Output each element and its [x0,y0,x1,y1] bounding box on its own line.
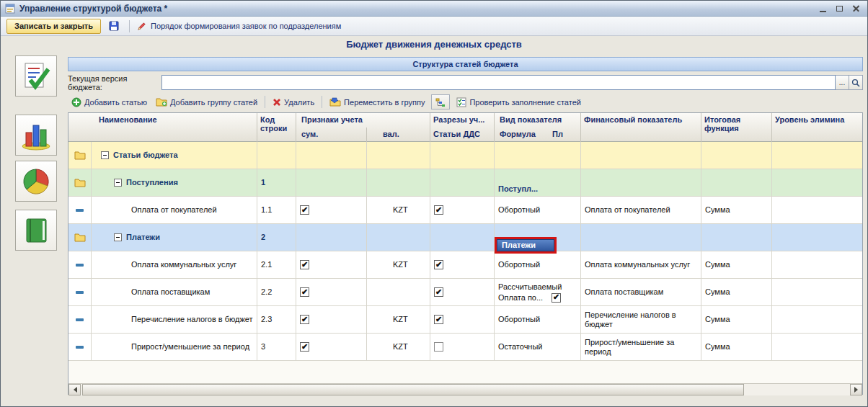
name-cell[interactable]: Оплата поставщикам [92,279,257,306]
collapse-expander-icon[interactable] [114,233,122,241]
level-cell[interactable] [772,306,862,334]
table-row-group-incomes[interactable]: Поступления 1 Поступл... [68,169,862,197]
sum-cell[interactable]: ✔ [296,279,367,306]
dds-cell[interactable] [430,224,495,251]
sum-cell[interactable]: ✔ [296,251,367,279]
table-row-item[interactable]: Перечисление налогов в бюджет 2.3 ✔ KZT … [68,306,862,334]
code-cell[interactable]: 1 [257,169,296,197]
level-cell[interactable] [772,334,862,361]
val-cell[interactable]: KZT [367,197,430,224]
maximize-button[interactable] [832,3,846,14]
sidebar-tab-report[interactable] [15,55,57,97]
table-row-item[interactable]: Прирост/уменьшение за период 3 ✔ KZT Ост… [68,334,862,361]
sidebar-tab-bar-chart[interactable] [15,115,57,156]
col-header-val[interactable]: вал. [367,128,430,142]
sum-cell[interactable]: ✔ [296,197,367,224]
val-cell[interactable] [367,169,430,197]
total-cell[interactable]: Сумма [701,197,772,224]
total-cell[interactable] [701,142,772,169]
col-header-code[interactable]: Код строки [257,113,296,142]
table-row-group-root[interactable]: Статьи бюджета [68,142,862,169]
sum-checkbox[interactable]: ✔ [300,342,309,352]
fin-cell[interactable]: Прирост/уменьшение за период [581,334,701,361]
fin-cell[interactable]: Оплата поставщикам [581,279,701,306]
vid-cell[interactable]: Оборотный [495,197,581,224]
table-row-group-payments[interactable]: Платежи 2 Платежи [68,224,862,251]
col-header-signs[interactable]: Признаки учета [296,113,430,128]
sidebar-tab-book[interactable] [15,210,57,251]
code-cell[interactable]: 2.3 [257,306,296,334]
table-row-item[interactable]: Оплата коммунальных услуг 2.1 ✔ KZT ✔ Об… [68,251,862,279]
vid-cell[interactable]: Остаточный [495,334,581,361]
name-cell[interactable]: Оплата от покупателей [92,197,257,224]
total-cell[interactable]: Сумма [701,279,772,306]
code-cell[interactable]: 1.1 [257,197,296,224]
level-cell[interactable] [772,251,862,279]
vid-cell[interactable]: Оборотный [495,306,581,334]
col-header-vid[interactable]: Вид показателя [495,113,581,128]
dds-cell[interactable]: ✔ [430,306,495,334]
dds-checkbox[interactable] [434,342,443,352]
pl-checkbox[interactable]: ✔ [552,293,561,303]
collapse-expander-icon[interactable] [101,151,109,159]
version-ellipsis-button[interactable]: ... [836,75,849,90]
code-cell[interactable]: 2.2 [257,279,296,306]
version-input[interactable] [161,75,836,90]
scrollbar-track[interactable] [81,384,850,395]
dds-checkbox[interactable]: ✔ [434,205,443,215]
col-header-fin[interactable]: Финансовый показатель [581,113,701,142]
collapse-expander-icon[interactable] [114,179,122,187]
name-cell[interactable]: Статьи бюджета [92,142,257,169]
check-fill-button[interactable]: Проверить заполнение статей [453,94,585,109]
scroll-left-button[interactable] [68,384,81,395]
minimize-button[interactable] [815,3,830,14]
col-header-formula-pl[interactable]: Формула Пл [495,128,581,142]
name-cell[interactable]: Оплата коммунальных услуг [92,251,257,279]
dds-checkbox[interactable]: ✔ [434,287,443,297]
sum-cell[interactable] [296,169,367,197]
val-cell[interactable]: KZT [367,306,430,334]
total-cell[interactable] [701,224,772,251]
sum-checkbox[interactable]: ✔ [300,260,309,269]
code-cell[interactable] [257,142,296,169]
name-cell[interactable]: Платежи [92,224,257,251]
vid-cell[interactable]: Платежи [495,224,581,251]
col-header-dds[interactable]: Статьи ДДС [430,128,495,142]
vid-cell[interactable] [495,142,581,169]
scrollbar-thumb[interactable] [82,384,744,395]
fin-cell[interactable] [581,142,701,169]
sum-cell[interactable] [296,224,367,251]
save-button[interactable] [105,19,123,34]
dds-cell[interactable] [430,142,495,169]
fin-cell[interactable]: Оплата от покупателей [581,197,701,224]
tree-levels-button[interactable] [431,94,450,109]
level-cell[interactable] [772,169,862,197]
level-cell[interactable] [772,279,862,306]
sum-checkbox[interactable]: ✔ [300,205,309,215]
col-header-sections[interactable]: Разрезы уч... [430,113,495,128]
drag-label-payments[interactable]: Платежи [497,239,554,251]
dds-cell[interactable]: ✔ [430,197,495,224]
level-cell[interactable] [772,142,862,169]
dds-cell[interactable] [430,334,495,361]
name-cell[interactable]: Поступления [92,169,257,197]
col-header-name[interactable]: Наименование [68,113,257,142]
name-cell[interactable]: Прирост/уменьшение за период [92,334,257,361]
val-cell[interactable] [367,224,430,251]
col-header-sum[interactable]: сум. [296,128,367,142]
delete-button[interactable]: Удалить [269,94,318,109]
dds-cell[interactable]: ✔ [430,251,495,279]
move-to-group-button[interactable]: Переместить в группу [326,94,428,109]
dds-cell[interactable] [430,169,495,197]
fin-cell[interactable]: Перечисление налогов в бюджет [581,306,701,334]
order-requests-button[interactable]: Порядок формирования заявок по подраздел… [136,21,341,32]
level-cell[interactable] [772,197,862,224]
fin-cell[interactable] [581,224,701,251]
code-cell[interactable]: 2.1 [257,251,296,279]
sidebar-tab-pie-chart[interactable] [15,161,57,202]
code-cell[interactable]: 2 [257,224,296,251]
version-search-button[interactable] [849,75,863,90]
vid-cell[interactable]: Поступл... [495,169,581,197]
table-row-item[interactable]: Оплата поставщикам 2.2 ✔ ✔ Рассчитываемы… [68,279,862,306]
col-header-level[interactable]: Уровень элимина [772,113,862,142]
